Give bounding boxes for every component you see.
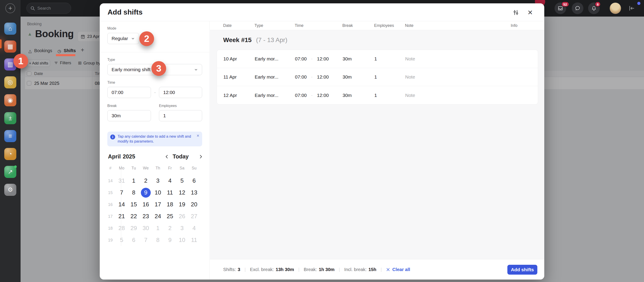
search-input[interactable] (37, 6, 64, 11)
calendar-day[interactable]: 28 (116, 223, 128, 233)
calendar-day[interactable]: 10 (152, 188, 164, 198)
time-to-field[interactable] (159, 87, 202, 98)
time-to-input[interactable] (163, 90, 198, 95)
calendar-day[interactable]: 9 (164, 235, 176, 245)
calendar-day[interactable]: 21 (116, 211, 128, 221)
inbox-button[interactable]: 52 (554, 3, 566, 14)
clear-all-label: Clear all (392, 267, 410, 272)
row-note-placeholder[interactable]: Note (405, 56, 511, 62)
row-note-placeholder[interactable]: Note (405, 93, 511, 98)
calendar-day[interactable]: 11 (164, 188, 176, 198)
time-from-field[interactable] (107, 87, 151, 98)
calendar-next-icon[interactable] (198, 154, 203, 159)
calendar-day[interactable]: 30 (140, 223, 152, 233)
mode-select[interactable]: Regular (107, 33, 139, 44)
calendar-day[interactable]: 18 (164, 200, 176, 209)
break-input[interactable] (112, 113, 147, 118)
calendar-day[interactable]: 6 (128, 235, 140, 245)
row-note-placeholder[interactable]: Note (405, 74, 511, 80)
calendar-day[interactable]: 3 (152, 176, 164, 186)
calendar-day[interactable]: 25 (164, 211, 176, 221)
day-number: 13 (189, 188, 199, 198)
employees-field[interactable] (159, 110, 202, 121)
calendar-day[interactable]: 1 (128, 176, 140, 186)
weekday-sa: Sa (176, 166, 188, 171)
clear-all-button[interactable]: Clear all (386, 267, 410, 272)
add-shifts-submit-button[interactable]: Add shifts (507, 265, 537, 274)
notifications-badge: 8 (595, 2, 600, 7)
modal-header: Add shifts (100, 3, 544, 21)
calendar-day[interactable]: 2 (140, 176, 152, 186)
sidebar: + ⌂▦▥◎◉±≡◔↗⚙ (0, 0, 20, 282)
calendar-day[interactable]: 2 (164, 223, 176, 233)
chevron-down-icon (194, 68, 198, 72)
sidebar-item-schedule[interactable]: ▦ (0, 38, 20, 56)
calendar-day[interactable]: 3 (176, 223, 188, 233)
day-number: 30 (141, 223, 151, 233)
calendar-day[interactable]: 5 (116, 235, 128, 245)
settings-glyph: ⚙ (8, 187, 13, 193)
calendar-day[interactable]: 13 (188, 188, 200, 198)
calendar-day[interactable]: 4 (164, 176, 176, 186)
calendar-day[interactable]: 8 (152, 235, 164, 245)
calendar-day[interactable]: 26 (176, 211, 188, 221)
calendar-week-row: 1721222324252627 (105, 210, 200, 222)
sidebar-item-home[interactable]: ⌂ (0, 20, 20, 38)
week-number: 17 (105, 214, 116, 219)
row-type: Early mor... (255, 56, 295, 62)
calendar-day[interactable]: 7 (140, 235, 152, 245)
company-glyph: ▥ (8, 62, 13, 68)
calendar-day[interactable]: 16 (140, 200, 152, 209)
sidebar-item-time[interactable]: ◔ (0, 145, 20, 163)
sidebar-item-recruitment[interactable]: ◉ (0, 91, 20, 109)
day-number: 23 (141, 211, 151, 221)
settings-sliders-icon[interactable] (512, 9, 520, 16)
search-bar[interactable] (26, 3, 71, 14)
time-from-input[interactable] (112, 90, 147, 95)
calendar-day[interactable]: 12 (176, 188, 188, 198)
chat-button[interactable] (572, 3, 584, 14)
calendar-day[interactable]: 1 (152, 223, 164, 233)
calendar-day[interactable]: 9 (140, 188, 152, 198)
shift-row[interactable]: 11 AprEarly mor...07:00-12:0030m1Note (217, 68, 538, 86)
calendar-prev-icon[interactable] (164, 154, 169, 159)
sidebar-add-button[interactable]: + (5, 3, 15, 13)
week-number: 14 (105, 178, 116, 183)
shift-row[interactable]: 12 AprEarly mor...07:00-12:0030m1Note (217, 86, 538, 104)
calendar-day[interactable]: 15 (128, 200, 140, 209)
break-field[interactable] (107, 110, 151, 121)
row-date: 10 Apr (224, 56, 255, 62)
calendar-day[interactable]: 24 (152, 211, 164, 221)
avatar[interactable] (610, 3, 621, 14)
collapse-panel-icon[interactable] (628, 5, 635, 12)
calendar-day[interactable]: 29 (128, 223, 140, 233)
calendar-day[interactable]: 10 (176, 235, 188, 245)
calendar-day[interactable]: 23 (140, 211, 152, 221)
sidebar-item-settings[interactable]: ⚙ (0, 181, 20, 199)
close-icon[interactable]: ✕ (526, 9, 534, 16)
sidebar-item-documents[interactable]: ≡ (0, 127, 20, 145)
sidebar-item-finance[interactable]: ◎ (0, 73, 20, 91)
calendar-today-button[interactable]: Today (173, 153, 189, 160)
calendar-day[interactable]: 27 (188, 211, 200, 221)
sidebar-item-calculator[interactable]: ± (0, 109, 20, 127)
calendar-day[interactable]: 14 (116, 200, 128, 209)
calendar-day[interactable]: 17 (152, 200, 164, 209)
calendar-day[interactable]: 6 (188, 176, 200, 186)
employees-input[interactable] (163, 113, 198, 118)
info-banner-text: Tap any calendar date to add a new shift… (118, 134, 194, 144)
banner-close-icon[interactable]: ✕ (196, 134, 200, 138)
sidebar-item-reports[interactable]: ↗ (0, 163, 20, 181)
calendar-day[interactable]: 31 (116, 176, 128, 186)
calendar-day[interactable]: 4 (188, 223, 200, 233)
calendar-day[interactable]: 5 (176, 176, 188, 186)
calendar-day[interactable]: 11 (188, 235, 200, 245)
calendar-day[interactable]: 20 (188, 200, 200, 209)
calendar-day[interactable]: 22 (128, 211, 140, 221)
calendar-day[interactable]: 19 (176, 200, 188, 209)
notifications-button[interactable]: 8 (588, 3, 600, 14)
calendar-day[interactable]: 8 (128, 188, 140, 198)
calendar-week-row: 1578910111213 (105, 187, 200, 198)
calendar-day[interactable]: 7 (116, 188, 128, 198)
shift-row[interactable]: 10 AprEarly mor...07:00-12:0030m1Note (217, 50, 538, 68)
